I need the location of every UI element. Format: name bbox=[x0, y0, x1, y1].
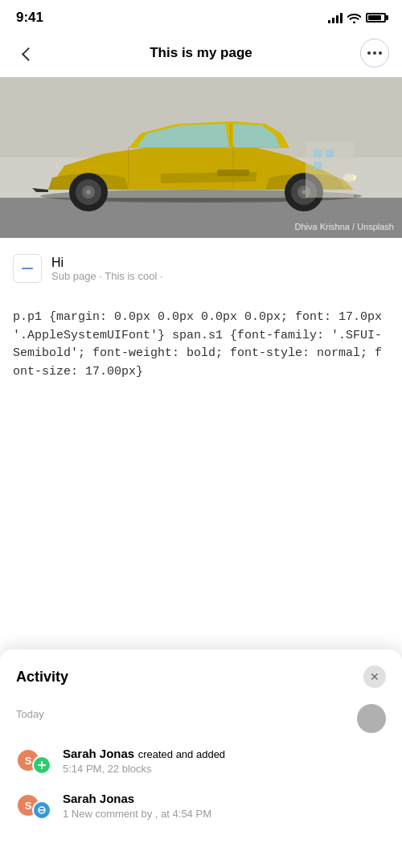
hero-image: Dhiva Krishna / Unsplash bbox=[0, 77, 402, 238]
activity-info: Sarah Jonas created and added 5:14 PM, 2… bbox=[63, 747, 386, 775]
svg-rect-16 bbox=[314, 149, 322, 158]
back-button[interactable] bbox=[13, 39, 42, 68]
status-time: 9:41 bbox=[16, 10, 43, 26]
activity-title: Activity bbox=[16, 669, 68, 686]
comment-icon bbox=[37, 805, 47, 815]
svg-rect-18 bbox=[314, 162, 322, 170]
chevron-left-icon bbox=[23, 48, 32, 58]
dots-icon bbox=[367, 51, 382, 55]
activity-item: S Sarah Jonas 1 New comment by , at 4:54… bbox=[16, 791, 386, 820]
activity-item: S Sarah Jonas created and added 5:14 PM,… bbox=[16, 746, 386, 775]
svg-point-8 bbox=[86, 190, 91, 194]
car-illustration bbox=[0, 77, 402, 238]
wifi-icon bbox=[347, 13, 361, 23]
avatar-stack: S bbox=[16, 746, 51, 775]
activity-action: created and added bbox=[138, 748, 225, 760]
svg-rect-17 bbox=[326, 149, 334, 158]
page-content: Hi Sub page · This is cool · bbox=[0, 238, 402, 309]
status-bar: 9:41 bbox=[0, 0, 402, 32]
close-icon: ✕ bbox=[370, 670, 379, 683]
activity-description: Sarah Jonas created and added bbox=[63, 747, 386, 761]
sub-page-icon bbox=[13, 254, 42, 283]
plus-icon bbox=[37, 760, 47, 770]
activity-time: 5:14 PM, 22 blocks bbox=[63, 763, 386, 775]
activity-today-row: Today bbox=[16, 704, 386, 733]
sub-page-item[interactable]: Hi Sub page · This is cool · bbox=[13, 254, 389, 283]
page-title: This is my page bbox=[42, 45, 360, 61]
svg-rect-2 bbox=[0, 198, 402, 238]
code-block: p.p1 {margin: 0.0px 0.0px 0.0px 0.0px; f… bbox=[0, 309, 402, 394]
battery-icon bbox=[366, 13, 386, 23]
more-button[interactable] bbox=[360, 39, 389, 68]
signal-icon bbox=[328, 12, 343, 23]
action-avatar-comment bbox=[32, 800, 51, 820]
svg-point-24 bbox=[43, 809, 44, 811]
activity-today-label: Today bbox=[16, 708, 44, 720]
activity-info: Sarah Jonas 1 New comment by , at 4:54 P… bbox=[63, 792, 386, 820]
status-icons bbox=[328, 12, 386, 23]
activity-user-name: Sarah Jonas bbox=[63, 747, 134, 760]
svg-point-23 bbox=[41, 809, 43, 811]
sub-page-title: Hi bbox=[51, 256, 163, 270]
activity-sheet: Activity ✕ Today S Sarah Jonas created a… bbox=[0, 649, 402, 868]
minus-icon bbox=[22, 268, 33, 269]
nav-bar: This is my page bbox=[0, 32, 402, 77]
activity-close-button[interactable]: ✕ bbox=[363, 665, 386, 688]
photo-credit: Dhiva Krishna / Unsplash bbox=[294, 222, 394, 231]
activity-user-name: Sarah Jonas bbox=[63, 792, 134, 805]
sub-page-meta: Sub page · This is cool · bbox=[51, 270, 163, 282]
action-avatar-add bbox=[32, 755, 51, 775]
activity-header: Activity ✕ bbox=[16, 665, 386, 688]
activity-description: Sarah Jonas bbox=[63, 792, 386, 806]
svg-point-22 bbox=[39, 809, 41, 811]
avatar-stack: S bbox=[16, 791, 51, 820]
activity-dot bbox=[357, 704, 386, 733]
activity-detail: 1 New comment by , at 4:54 PM bbox=[63, 808, 386, 820]
